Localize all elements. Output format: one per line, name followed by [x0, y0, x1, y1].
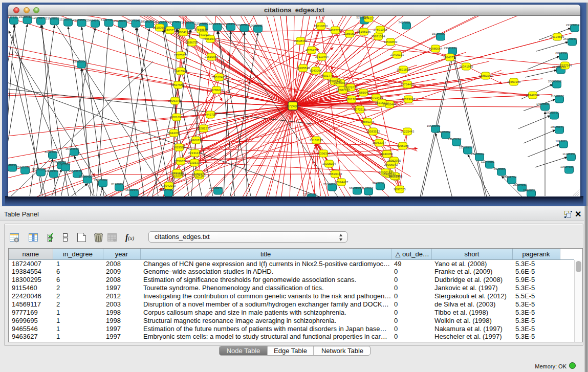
svg-text:16602414: 16602414 — [45, 169, 59, 172]
svg-text:17260377: 17260377 — [192, 172, 206, 176]
svg-text:19383532: 19383532 — [366, 130, 380, 133]
svg-text:1186053: 1186053 — [344, 32, 356, 35]
svg-text:11377871: 11377871 — [154, 20, 168, 24]
svg-text:5474117: 5474117 — [363, 17, 375, 20]
svg-text:27891078: 27891078 — [374, 28, 387, 31]
svg-text:3443709: 3443709 — [204, 113, 216, 116]
svg-text:23727018: 23727018 — [566, 24, 580, 27]
svg-text:25952935: 25952935 — [387, 159, 401, 162]
svg-text:12079674: 12079674 — [32, 16, 46, 19]
svg-text:15962377: 15962377 — [373, 141, 386, 144]
svg-text:23013653: 23013653 — [314, 25, 328, 28]
svg-text:17937544: 17937544 — [558, 64, 572, 67]
svg-text:23377212: 23377212 — [168, 20, 182, 24]
svg-text:21557200: 21557200 — [507, 80, 521, 83]
svg-text:27633340: 27633340 — [209, 186, 223, 189]
svg-text:23288118: 23288118 — [18, 16, 32, 18]
svg-text:29512465: 29512465 — [212, 76, 226, 79]
svg-text:27094437: 27094437 — [335, 181, 349, 184]
svg-text:16590839: 16590839 — [384, 40, 398, 43]
svg-text:6901777: 6901777 — [321, 74, 334, 77]
svg-text:14410124: 14410124 — [197, 33, 211, 36]
svg-text:9295988: 9295988 — [397, 144, 409, 147]
svg-text:20316310: 20316310 — [188, 161, 202, 164]
svg-text:19703434: 19703434 — [369, 96, 383, 99]
svg-text:15319043: 15319043 — [402, 98, 416, 101]
svg-text:5072118: 5072118 — [354, 108, 366, 111]
svg-text:15850299: 15850299 — [479, 74, 493, 77]
svg-text:10627226: 10627226 — [560, 165, 574, 168]
svg-text:28347080: 28347080 — [526, 94, 540, 97]
svg-text:9186759: 9186759 — [186, 41, 198, 44]
svg-text:29871594: 29871594 — [372, 35, 385, 38]
svg-text:11098202: 11098202 — [551, 95, 564, 98]
svg-text:23275238: 23275238 — [448, 138, 462, 141]
svg-text:2685049: 2685049 — [357, 91, 369, 94]
svg-text:12247051: 12247051 — [481, 160, 495, 163]
svg-text:25150945: 25150945 — [114, 19, 127, 23]
svg-text:11533261: 11533261 — [59, 18, 73, 21]
svg-text:23575276: 23575276 — [174, 54, 188, 57]
svg-text:18016207: 18016207 — [141, 20, 155, 23]
svg-text:26786223: 26786223 — [210, 89, 224, 92]
svg-text:(x): (x) — [128, 235, 135, 242]
svg-text:27119454: 27119454 — [315, 55, 329, 58]
svg-text:4133554: 4133554 — [493, 167, 506, 170]
svg-text:13722004: 13722004 — [73, 60, 86, 63]
svg-text:21356184: 21356184 — [32, 168, 46, 171]
svg-text:2550675: 2550675 — [175, 160, 187, 163]
svg-text:7437085: 7437085 — [398, 21, 410, 24]
svg-text:22237970: 22237970 — [459, 146, 473, 149]
svg-text:15265539: 15265539 — [296, 67, 310, 70]
svg-text:10305024: 10305024 — [322, 162, 336, 165]
svg-text:23670288: 23670288 — [94, 179, 108, 182]
svg-text:22396367: 22396367 — [317, 152, 331, 155]
svg-text:26838462: 26838462 — [294, 39, 308, 42]
svg-text:29454671: 29454671 — [86, 19, 100, 22]
svg-text:11646752: 11646752 — [443, 56, 457, 59]
svg-text:14906332: 14906332 — [189, 139, 203, 142]
svg-text:18295699: 18295699 — [437, 130, 451, 134]
svg-text:26696443: 26696443 — [329, 172, 342, 176]
svg-text:26341985: 26341985 — [460, 65, 473, 68]
svg-text:24365771: 24365771 — [163, 29, 177, 32]
svg-text:6839388: 6839388 — [555, 52, 568, 55]
svg-text:8880882: 8880882 — [523, 189, 535, 192]
svg-text:28063759: 28063759 — [168, 99, 182, 102]
svg-text:14703392: 14703392 — [181, 21, 195, 24]
svg-text:26103230: 26103230 — [563, 37, 577, 40]
svg-text:18821828: 18821828 — [397, 68, 410, 71]
svg-text:3347931: 3347931 — [8, 16, 18, 19]
svg-text:5181731: 5181731 — [101, 18, 113, 21]
svg-text:9697025: 9697025 — [394, 188, 406, 191]
svg-text:1819580: 1819580 — [173, 146, 185, 149]
svg-text:11415948: 11415948 — [174, 70, 188, 73]
svg-text:11812889: 11812889 — [57, 163, 71, 166]
svg-text:13884179: 13884179 — [177, 31, 190, 34]
svg-text:21510950: 21510950 — [205, 55, 219, 58]
svg-text:15424652: 15424652 — [66, 147, 79, 150]
svg-text:23311329: 23311329 — [444, 47, 458, 50]
svg-text:29181122: 29181122 — [310, 139, 323, 142]
svg-text:15836420: 15836420 — [79, 175, 93, 178]
svg-text:16942930: 16942930 — [162, 184, 176, 187]
svg-text:22131419: 22131419 — [188, 151, 202, 155]
svg-text:7681691: 7681691 — [170, 116, 183, 119]
svg-text:28975174: 28975174 — [551, 125, 564, 128]
svg-text:25134829: 25134829 — [551, 35, 564, 38]
svg-text:9027759: 9027759 — [388, 174, 401, 178]
svg-text:10920542: 10920542 — [235, 24, 249, 27]
svg-text:4576476: 4576476 — [306, 49, 318, 52]
svg-text:5944378: 5944378 — [168, 132, 180, 135]
svg-text:24394432: 24394432 — [222, 23, 236, 26]
svg-text:8537689: 8537689 — [172, 83, 184, 86]
svg-text:14625621: 14625621 — [536, 102, 550, 105]
svg-text:19602995: 19602995 — [249, 24, 263, 27]
svg-text:20096003: 20096003 — [548, 80, 562, 83]
svg-text:18724007: 18724007 — [285, 104, 300, 108]
svg-text:16316317: 16316317 — [375, 101, 389, 104]
svg-text:20461059: 20461059 — [16, 166, 30, 169]
svg-text:24072779: 24072779 — [329, 29, 342, 32]
svg-text:19754420: 19754420 — [401, 83, 415, 86]
svg-text:18152153: 18152153 — [125, 188, 139, 191]
